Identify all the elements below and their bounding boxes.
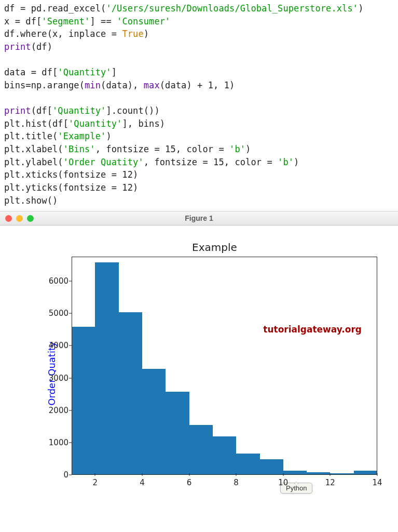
y-tick-label: 6000 xyxy=(49,276,68,286)
code-builtin: min xyxy=(85,80,101,90)
code-keyword: True xyxy=(122,29,143,39)
code-string: 'Bins' xyxy=(63,144,95,154)
code-builtin: max xyxy=(144,80,160,90)
code-string: 'Segment' xyxy=(42,16,90,26)
x-tick-label: 2 xyxy=(93,478,98,487)
chart-title: Example xyxy=(5,241,393,254)
code-string: 'b' xyxy=(229,144,245,154)
y-tick-label: 1000 xyxy=(49,438,68,447)
y-tick-label: 0 xyxy=(63,470,68,480)
y-tick-label: 2000 xyxy=(49,406,68,415)
x-tick-label: 14 xyxy=(372,478,382,487)
y-tick-label: 4000 xyxy=(49,341,68,350)
window-title-bar: Figure 1 xyxy=(0,211,398,225)
x-tick-label: 10 xyxy=(278,478,288,487)
code-builtin: print xyxy=(4,42,31,52)
x-tick-label: 8 xyxy=(234,478,239,487)
code-string: 'Quantity' xyxy=(68,118,122,129)
code-string: 'Quantity' xyxy=(58,67,111,77)
code-string: 'Example' xyxy=(58,131,106,141)
window-title: Figure 1 xyxy=(0,214,398,222)
code-builtin: print xyxy=(4,105,31,116)
tooltip-text: Python xyxy=(286,484,307,492)
code-string: 'Quantity' xyxy=(52,105,106,116)
code-string: 'Order Quatity' xyxy=(63,157,144,167)
watermark-text: tutorialgateway.org xyxy=(263,324,362,335)
y-tick-label: 3000 xyxy=(49,374,68,383)
x-tick-label: 4 xyxy=(140,478,145,487)
code-string: 'b' xyxy=(278,157,294,167)
y-tick-label: 5000 xyxy=(49,309,68,318)
x-axis-label: Bins xyxy=(57,495,382,496)
axes: Order Quatity tutorialgateway.org Bins P… xyxy=(57,257,382,490)
code-block: df = pd.read_excel('/Users/suresh/Downlo… xyxy=(0,0,398,211)
figure-canvas: Example Order Quatity tutorialgateway.or… xyxy=(0,225,398,496)
code-string: 'Consumer' xyxy=(117,16,170,26)
x-tick-label: 12 xyxy=(325,478,335,487)
code-string: '/Users/suresh/Downloads/Global_Supersto… xyxy=(106,3,358,14)
x-tick-label: 6 xyxy=(187,478,192,487)
